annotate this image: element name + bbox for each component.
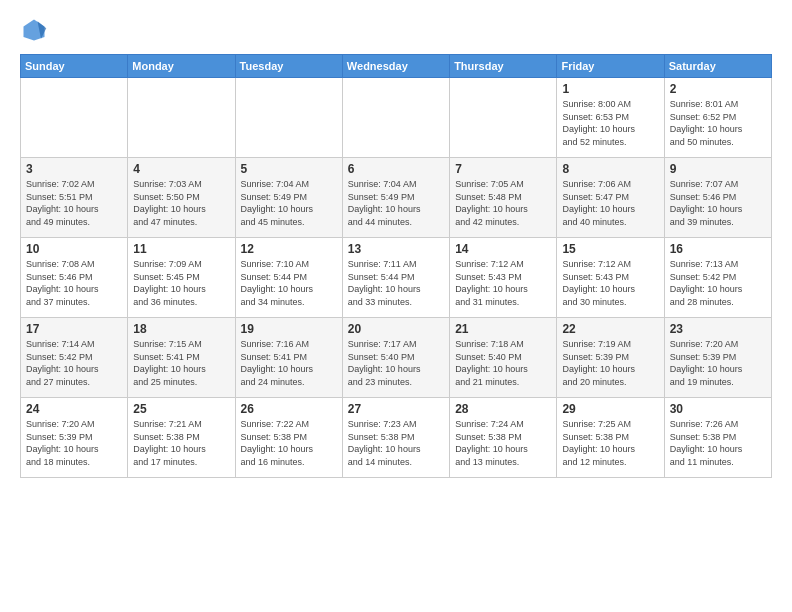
- calendar-cell: 18Sunrise: 7:15 AMSunset: 5:41 PMDayligh…: [128, 318, 235, 398]
- calendar-cell: 10Sunrise: 7:08 AMSunset: 5:46 PMDayligh…: [21, 238, 128, 318]
- day-info: Sunrise: 7:03 AMSunset: 5:50 PMDaylight:…: [133, 178, 229, 228]
- calendar-cell: 12Sunrise: 7:10 AMSunset: 5:44 PMDayligh…: [235, 238, 342, 318]
- calendar-cell: 8Sunrise: 7:06 AMSunset: 5:47 PMDaylight…: [557, 158, 664, 238]
- day-info: Sunrise: 7:19 AMSunset: 5:39 PMDaylight:…: [562, 338, 658, 388]
- day-number: 14: [455, 242, 551, 256]
- logo-icon: [20, 16, 48, 44]
- calendar-cell: 15Sunrise: 7:12 AMSunset: 5:43 PMDayligh…: [557, 238, 664, 318]
- day-number: 10: [26, 242, 122, 256]
- calendar-cell: 17Sunrise: 7:14 AMSunset: 5:42 PMDayligh…: [21, 318, 128, 398]
- day-info: Sunrise: 7:20 AMSunset: 5:39 PMDaylight:…: [26, 418, 122, 468]
- weekday-header-friday: Friday: [557, 55, 664, 78]
- calendar-cell: 1Sunrise: 8:00 AMSunset: 6:53 PMDaylight…: [557, 78, 664, 158]
- day-number: 24: [26, 402, 122, 416]
- header: [20, 16, 772, 44]
- day-number: 12: [241, 242, 337, 256]
- day-number: 20: [348, 322, 444, 336]
- weekday-header-thursday: Thursday: [450, 55, 557, 78]
- day-info: Sunrise: 8:00 AMSunset: 6:53 PMDaylight:…: [562, 98, 658, 148]
- day-info: Sunrise: 7:04 AMSunset: 5:49 PMDaylight:…: [348, 178, 444, 228]
- day-info: Sunrise: 7:25 AMSunset: 5:38 PMDaylight:…: [562, 418, 658, 468]
- weekday-header-monday: Monday: [128, 55, 235, 78]
- calendar-cell: [21, 78, 128, 158]
- calendar-cell: 25Sunrise: 7:21 AMSunset: 5:38 PMDayligh…: [128, 398, 235, 478]
- day-number: 8: [562, 162, 658, 176]
- day-number: 17: [26, 322, 122, 336]
- calendar-cell: 21Sunrise: 7:18 AMSunset: 5:40 PMDayligh…: [450, 318, 557, 398]
- day-number: 13: [348, 242, 444, 256]
- day-info: Sunrise: 7:21 AMSunset: 5:38 PMDaylight:…: [133, 418, 229, 468]
- day-number: 25: [133, 402, 229, 416]
- day-info: Sunrise: 7:15 AMSunset: 5:41 PMDaylight:…: [133, 338, 229, 388]
- calendar-cell: 19Sunrise: 7:16 AMSunset: 5:41 PMDayligh…: [235, 318, 342, 398]
- calendar-cell: 29Sunrise: 7:25 AMSunset: 5:38 PMDayligh…: [557, 398, 664, 478]
- calendar-cell: 30Sunrise: 7:26 AMSunset: 5:38 PMDayligh…: [664, 398, 771, 478]
- day-number: 27: [348, 402, 444, 416]
- calendar-cell: [342, 78, 449, 158]
- calendar-cell: 24Sunrise: 7:20 AMSunset: 5:39 PMDayligh…: [21, 398, 128, 478]
- calendar-table: SundayMondayTuesdayWednesdayThursdayFrid…: [20, 54, 772, 478]
- calendar-cell: 3Sunrise: 7:02 AMSunset: 5:51 PMDaylight…: [21, 158, 128, 238]
- calendar-cell: 2Sunrise: 8:01 AMSunset: 6:52 PMDaylight…: [664, 78, 771, 158]
- day-info: Sunrise: 7:17 AMSunset: 5:40 PMDaylight:…: [348, 338, 444, 388]
- day-info: Sunrise: 7:05 AMSunset: 5:48 PMDaylight:…: [455, 178, 551, 228]
- day-info: Sunrise: 7:24 AMSunset: 5:38 PMDaylight:…: [455, 418, 551, 468]
- weekday-header-saturday: Saturday: [664, 55, 771, 78]
- day-info: Sunrise: 7:22 AMSunset: 5:38 PMDaylight:…: [241, 418, 337, 468]
- day-number: 5: [241, 162, 337, 176]
- day-info: Sunrise: 7:13 AMSunset: 5:42 PMDaylight:…: [670, 258, 766, 308]
- day-info: Sunrise: 7:20 AMSunset: 5:39 PMDaylight:…: [670, 338, 766, 388]
- day-number: 30: [670, 402, 766, 416]
- day-number: 9: [670, 162, 766, 176]
- calendar-week-row: 24Sunrise: 7:20 AMSunset: 5:39 PMDayligh…: [21, 398, 772, 478]
- calendar-cell: 11Sunrise: 7:09 AMSunset: 5:45 PMDayligh…: [128, 238, 235, 318]
- day-info: Sunrise: 7:18 AMSunset: 5:40 PMDaylight:…: [455, 338, 551, 388]
- calendar-week-row: 1Sunrise: 8:00 AMSunset: 6:53 PMDaylight…: [21, 78, 772, 158]
- day-number: 15: [562, 242, 658, 256]
- page-container: SundayMondayTuesdayWednesdayThursdayFrid…: [0, 0, 792, 488]
- day-info: Sunrise: 7:12 AMSunset: 5:43 PMDaylight:…: [562, 258, 658, 308]
- day-info: Sunrise: 7:09 AMSunset: 5:45 PMDaylight:…: [133, 258, 229, 308]
- day-info: Sunrise: 7:16 AMSunset: 5:41 PMDaylight:…: [241, 338, 337, 388]
- day-number: 6: [348, 162, 444, 176]
- calendar-cell: 9Sunrise: 7:07 AMSunset: 5:46 PMDaylight…: [664, 158, 771, 238]
- day-number: 4: [133, 162, 229, 176]
- day-number: 21: [455, 322, 551, 336]
- calendar-cell: 14Sunrise: 7:12 AMSunset: 5:43 PMDayligh…: [450, 238, 557, 318]
- calendar-cell: 20Sunrise: 7:17 AMSunset: 5:40 PMDayligh…: [342, 318, 449, 398]
- day-info: Sunrise: 7:12 AMSunset: 5:43 PMDaylight:…: [455, 258, 551, 308]
- day-number: 7: [455, 162, 551, 176]
- day-number: 3: [26, 162, 122, 176]
- day-number: 16: [670, 242, 766, 256]
- day-info: Sunrise: 7:02 AMSunset: 5:51 PMDaylight:…: [26, 178, 122, 228]
- day-info: Sunrise: 7:23 AMSunset: 5:38 PMDaylight:…: [348, 418, 444, 468]
- calendar-week-row: 10Sunrise: 7:08 AMSunset: 5:46 PMDayligh…: [21, 238, 772, 318]
- day-info: Sunrise: 7:06 AMSunset: 5:47 PMDaylight:…: [562, 178, 658, 228]
- day-number: 22: [562, 322, 658, 336]
- calendar-cell: 23Sunrise: 7:20 AMSunset: 5:39 PMDayligh…: [664, 318, 771, 398]
- day-number: 2: [670, 82, 766, 96]
- day-info: Sunrise: 7:26 AMSunset: 5:38 PMDaylight:…: [670, 418, 766, 468]
- weekday-header-tuesday: Tuesday: [235, 55, 342, 78]
- day-info: Sunrise: 8:01 AMSunset: 6:52 PMDaylight:…: [670, 98, 766, 148]
- day-info: Sunrise: 7:07 AMSunset: 5:46 PMDaylight:…: [670, 178, 766, 228]
- day-info: Sunrise: 7:08 AMSunset: 5:46 PMDaylight:…: [26, 258, 122, 308]
- calendar-cell: 13Sunrise: 7:11 AMSunset: 5:44 PMDayligh…: [342, 238, 449, 318]
- day-number: 19: [241, 322, 337, 336]
- calendar-cell: 4Sunrise: 7:03 AMSunset: 5:50 PMDaylight…: [128, 158, 235, 238]
- calendar-cell: [128, 78, 235, 158]
- calendar-cell: 6Sunrise: 7:04 AMSunset: 5:49 PMDaylight…: [342, 158, 449, 238]
- day-number: 23: [670, 322, 766, 336]
- day-number: 18: [133, 322, 229, 336]
- day-number: 26: [241, 402, 337, 416]
- day-number: 11: [133, 242, 229, 256]
- calendar-cell: 5Sunrise: 7:04 AMSunset: 5:49 PMDaylight…: [235, 158, 342, 238]
- calendar-cell: 16Sunrise: 7:13 AMSunset: 5:42 PMDayligh…: [664, 238, 771, 318]
- day-info: Sunrise: 7:04 AMSunset: 5:49 PMDaylight:…: [241, 178, 337, 228]
- weekday-header-sunday: Sunday: [21, 55, 128, 78]
- calendar-cell: [450, 78, 557, 158]
- day-number: 29: [562, 402, 658, 416]
- calendar-cell: 27Sunrise: 7:23 AMSunset: 5:38 PMDayligh…: [342, 398, 449, 478]
- calendar-week-row: 17Sunrise: 7:14 AMSunset: 5:42 PMDayligh…: [21, 318, 772, 398]
- weekday-header-wednesday: Wednesday: [342, 55, 449, 78]
